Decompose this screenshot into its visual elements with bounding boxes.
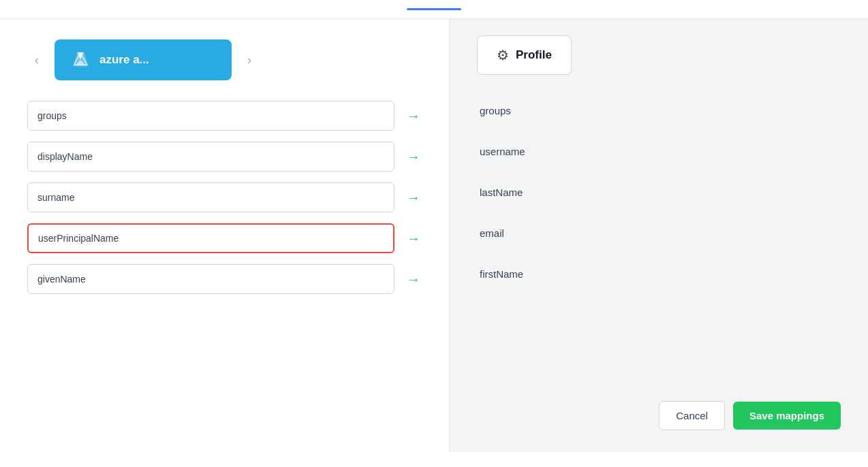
bottom-actions: Cancel Save mappings xyxy=(659,401,841,430)
mapping-rows: → → → → → xyxy=(27,101,422,294)
source-badge[interactable]: azure a... xyxy=(55,39,232,80)
field-input-displayname[interactable] xyxy=(27,142,394,172)
field-input-givenname[interactable] xyxy=(27,264,394,294)
mapping-row-highlighted: → xyxy=(27,223,422,253)
target-field-row: email xyxy=(477,218,841,248)
mapping-row: → xyxy=(27,182,422,212)
top-indicator xyxy=(0,0,868,19)
save-mappings-button[interactable]: Save mappings xyxy=(733,402,841,430)
field-input-userprincipalname[interactable] xyxy=(27,223,394,253)
mapping-row: → xyxy=(27,142,422,172)
source-selector: ‹ azure a... › xyxy=(27,39,422,80)
target-field-username: username xyxy=(477,146,525,157)
azure-icon xyxy=(69,49,91,71)
mapping-row: → xyxy=(27,101,422,131)
mapping-row: → xyxy=(27,264,422,294)
profile-label: Profile xyxy=(516,48,552,62)
cancel-button[interactable]: Cancel xyxy=(659,401,725,430)
gear-icon: ⚙ xyxy=(497,47,509,63)
target-field-lastname: lastName xyxy=(477,187,523,198)
target-fields: groups username lastName email firstName xyxy=(477,95,841,289)
target-field-firstname: firstName xyxy=(477,268,523,280)
arrow-icon: → xyxy=(405,149,422,165)
right-panel: ⚙ Profile groups username lastName email… xyxy=(450,19,868,452)
field-input-groups[interactable] xyxy=(27,101,394,131)
target-field-row: username xyxy=(477,136,841,166)
target-field-groups: groups xyxy=(477,105,511,116)
arrow-icon: → xyxy=(405,190,422,206)
next-arrow-button[interactable]: › xyxy=(240,50,259,69)
arrow-icon: → xyxy=(405,272,422,287)
source-badge-label: azure a... xyxy=(99,53,149,67)
arrow-icon: → xyxy=(405,108,422,124)
target-field-row: groups xyxy=(477,95,841,125)
target-field-row: lastName xyxy=(477,177,841,207)
profile-button[interactable]: ⚙ Profile xyxy=(477,35,572,75)
step-line xyxy=(407,8,461,10)
arrow-icon: → xyxy=(405,231,422,246)
target-field-email: email xyxy=(477,227,504,239)
left-panel: ‹ azure a... › → xyxy=(0,19,450,452)
prev-arrow-button[interactable]: ‹ xyxy=(27,50,46,69)
target-field-row: firstName xyxy=(477,259,841,289)
field-input-surname[interactable] xyxy=(27,182,394,212)
